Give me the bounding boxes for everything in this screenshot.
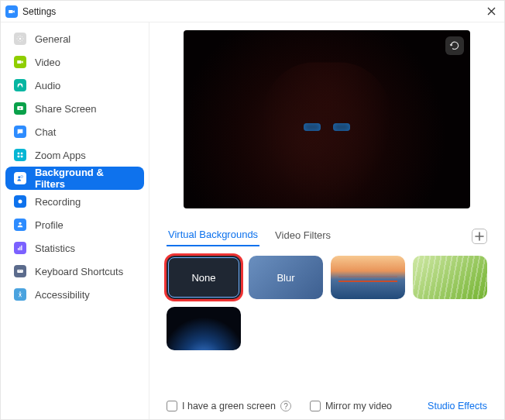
svg-rect-5 (21, 156, 22, 158)
sidebar-item-general[interactable]: General (5, 27, 144, 50)
sidebar-item-label: Zoom Apps (35, 150, 86, 161)
footer-bar: I have a green screen ? Mirror my video … (167, 401, 487, 411)
svg-rect-12 (21, 246, 22, 250)
sidebar-item-keyboard-shortcuts[interactable]: Keyboard Shortcuts (5, 260, 144, 283)
svg-rect-16 (21, 270, 22, 271)
svg-rect-3 (21, 153, 22, 155)
svg-rect-2 (18, 153, 20, 155)
main-panel: Virtual Backgrounds Video Filters None B… (149, 22, 504, 419)
sidebar-item-zoom-apps[interactable]: Zoom Apps (5, 143, 144, 167)
window-title: Settings (22, 6, 56, 17)
sidebar-item-label: Accessibility (35, 289, 90, 301)
svg-rect-15 (19, 270, 20, 271)
background-icon (13, 171, 27, 185)
sidebar-item-label: Keyboard Shortcuts (35, 266, 123, 277)
sidebar-item-label: General (35, 33, 70, 45)
svg-rect-4 (18, 156, 20, 158)
svg-point-6 (18, 177, 20, 179)
background-thumbs: None Blur (167, 256, 487, 350)
svg-rect-14 (19, 270, 19, 271)
green-screen-help-icon[interactable]: ? (280, 401, 291, 411)
sidebar-item-video[interactable]: Video (5, 50, 144, 74)
svg-point-9 (19, 222, 21, 225)
tab-virtual-backgrounds[interactable]: Virtual Backgrounds (167, 225, 259, 246)
filter-tabs: Virtual Backgrounds Video Filters (167, 225, 487, 246)
add-background-button[interactable] (472, 229, 487, 244)
svg-point-17 (19, 291, 21, 293)
settings-window: Settings General Video Audio Share Scree… (0, 0, 505, 420)
share-screen-icon (13, 102, 27, 115)
record-icon (13, 195, 27, 208)
settings-sidebar: General Video Audio Share Screen Chat Zo… (1, 22, 149, 419)
gear-icon (13, 32, 27, 46)
sidebar-item-label: Share Screen (35, 103, 97, 115)
titlebar: Settings (1, 1, 504, 22)
video-icon (13, 55, 27, 69)
svg-rect-10 (18, 248, 19, 250)
sidebar-item-label: Video (35, 57, 60, 68)
sidebar-item-accessibility[interactable]: Accessibility (5, 283, 144, 306)
mirror-video-checkbox[interactable] (310, 401, 321, 411)
studio-effects-link[interactable]: Studio Effects (428, 401, 487, 411)
sidebar-item-label: Statistics (35, 243, 75, 254)
svg-rect-7 (21, 176, 22, 178)
green-screen-label: I have a green screen (182, 401, 276, 411)
svg-point-0 (19, 38, 22, 40)
headphones-icon (13, 78, 27, 92)
keyboard-icon (13, 264, 27, 278)
close-button[interactable] (483, 3, 500, 20)
bg-thumb-earth[interactable] (167, 307, 241, 350)
sidebar-item-label: Profile (35, 219, 64, 231)
bg-thumb-label: Blur (277, 272, 294, 284)
sidebar-item-label: Recording (35, 196, 81, 208)
sidebar-item-label: Chat (35, 126, 56, 138)
statistics-icon (13, 241, 27, 255)
sidebar-item-share-screen[interactable]: Share Screen (5, 97, 144, 120)
sidebar-item-chat[interactable]: Chat (5, 120, 144, 143)
bg-thumb-grass[interactable] (413, 256, 487, 299)
profile-icon (13, 218, 27, 232)
svg-rect-11 (19, 246, 20, 250)
sidebar-item-background-filters[interactable]: Background & Filters (5, 167, 144, 190)
sidebar-item-label: Background & Filters (35, 167, 136, 190)
svg-point-8 (19, 200, 22, 204)
bg-thumb-bridge[interactable] (331, 256, 405, 299)
accessibility-icon (13, 287, 27, 301)
bg-thumb-none[interactable]: None (167, 256, 241, 299)
sidebar-item-label: Audio (35, 80, 60, 91)
mirror-video-label: Mirror my video (325, 401, 392, 411)
bg-thumb-label: None (191, 272, 215, 284)
bg-thumb-blur[interactable]: Blur (249, 256, 323, 299)
rotate-camera-button[interactable] (445, 36, 464, 55)
sidebar-item-statistics[interactable]: Statistics (5, 236, 144, 260)
apps-icon (13, 148, 27, 162)
tab-video-filters[interactable]: Video Filters (273, 226, 332, 246)
sidebar-item-audio[interactable]: Audio (5, 74, 144, 97)
video-preview (184, 30, 470, 208)
sidebar-item-profile[interactable]: Profile (5, 213, 144, 236)
zoom-app-icon (5, 5, 18, 18)
chat-icon (13, 125, 27, 139)
green-screen-checkbox[interactable] (167, 401, 177, 411)
sidebar-item-recording[interactable]: Recording (5, 190, 144, 213)
